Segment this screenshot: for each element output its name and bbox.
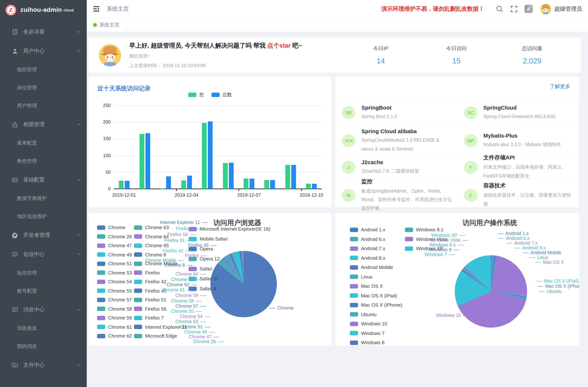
- legend-item[interactable]: Chrome 58: [97, 306, 132, 312]
- legend-item[interactable]: Mac OS X (iPhone): [350, 302, 402, 308]
- sidebar-item[interactable]: 务必详看: [0, 22, 87, 41]
- pie-callout-label: Chrome 49: [184, 329, 215, 335]
- sidebar-item[interactable]: 数据字典维护: [0, 189, 87, 207]
- pie-callout-label: Windows 7: [424, 252, 455, 257]
- legend-item[interactable]: Mobile Safari: [189, 236, 270, 242]
- stat-value: 14: [343, 57, 419, 65]
- legend-item[interactable]: Chrome 47: [97, 243, 132, 248]
- sidebar-item[interactable]: 角色管理: [0, 152, 87, 170]
- legend-label: Safari 9: [200, 286, 216, 291]
- pie-callout-label: Windows XP: [431, 233, 465, 238]
- sidebar-item-label: 短信管理: [17, 269, 81, 276]
- legend-item[interactable]: Microsoft Edge: [134, 333, 187, 339]
- welcome-greeting: 早上好, 超级管理员, 今天帮别人解决问题了吗 帮我 点个star 吧~: [129, 41, 343, 50]
- legend-item[interactable]: Chrome 57: [97, 297, 132, 303]
- welcome-card: 早上好, 超级管理员, 今天帮别人解决问题了吗 帮我 点个star 吧~ 疯狂加…: [89, 38, 581, 73]
- legend-item[interactable]: Android 1.x: [350, 227, 402, 232]
- legend-item[interactable]: Chrome 54: [97, 279, 132, 285]
- legend-item[interactable]: Windows 8.1: [405, 227, 447, 232]
- sidebar-item[interactable]: 文件中心: [0, 355, 87, 374]
- legend-swatch: [134, 316, 142, 320]
- legend-item[interactable]: Ubuntu: [350, 312, 402, 317]
- browser-chart-title: 访问用户浏览器: [213, 218, 261, 227]
- sidebar-item[interactable]: 开发者管理: [0, 225, 87, 244]
- x-axis-label: 2019-12-07: [237, 193, 261, 198]
- sidebar-item[interactable]: 消息中心: [0, 300, 87, 319]
- legend-label: Chrome 53: [108, 270, 132, 275]
- legend-item[interactable]: Windows 7: [350, 330, 402, 336]
- legend-item[interactable]: Internet Explorer 11: [134, 324, 187, 330]
- legend-label: Android 8.x: [361, 255, 385, 261]
- sidebar-item[interactable]: 组织管理: [0, 61, 87, 79]
- legend-swatch: [97, 234, 105, 239]
- last-login: 上次登录时间： 2019-12-10 10:03:08: [129, 62, 343, 69]
- legend-item[interactable]: Android Mobile: [350, 265, 402, 270]
- legend-swatch: [134, 234, 142, 239]
- sidebar-item[interactable]: 菜单配置: [0, 134, 87, 152]
- legend-swatch: [134, 325, 142, 329]
- legend-item[interactable]: Android 7.x: [350, 246, 402, 251]
- legend-item[interactable]: Chrome 55: [97, 288, 132, 293]
- legend-label: Chrome 61: [108, 324, 132, 330]
- legend-item[interactable]: Mac OS X: [350, 283, 402, 289]
- sidebar-item[interactable]: 用户管理: [0, 97, 87, 115]
- sidebar-collapse-icon[interactable]: [93, 5, 100, 13]
- bar-group: [197, 105, 218, 189]
- legend-item[interactable]: Linux: [350, 274, 402, 280]
- sidebar-item[interactable]: 基础配置: [0, 170, 87, 189]
- tab-home[interactable]: 系统主页: [87, 18, 126, 32]
- sidebar-item[interactable]: 账号配置: [0, 282, 87, 300]
- legend-item[interactable]: Mac OS X (iPad): [350, 293, 402, 298]
- legend-item[interactable]: Android 8.x: [350, 255, 402, 261]
- legend-item[interactable]: Safari: [189, 266, 270, 271]
- sidebar-item-label: 用户管理: [17, 102, 81, 109]
- legend-item[interactable]: Chrome 51: [97, 261, 132, 266]
- legend-item[interactable]: Chrome 59: [97, 315, 132, 321]
- fullscreen-icon[interactable]: [510, 5, 518, 13]
- username[interactable]: 超级管理员: [554, 5, 582, 12]
- legend-label: Chrome 55: [108, 288, 132, 293]
- legend-label: Firefox 7: [145, 315, 164, 321]
- star-link[interactable]: 点个star: [267, 42, 291, 48]
- tech-title: 监控: [361, 178, 452, 185]
- user-avatar[interactable]: [540, 3, 551, 14]
- legend-label: Chrome 57: [108, 297, 132, 303]
- breadcrumb[interactable]: 系统主页: [107, 5, 129, 12]
- sidebar-item[interactable]: 短信中心: [0, 244, 87, 264]
- pie-callout-label: Firefox 45: [188, 243, 216, 248]
- bar-您: [202, 123, 207, 189]
- sidebar-item[interactable]: 我的消息: [0, 337, 87, 355]
- legend-label: Windows 8.1: [416, 227, 443, 232]
- sidebar-item[interactable]: 短信管理: [0, 264, 87, 282]
- bar-总数: [187, 176, 192, 189]
- chevron-down-icon: [76, 233, 81, 237]
- bar-group: [135, 105, 155, 189]
- legend-item[interactable]: Chrome 26: [97, 234, 132, 239]
- legend-item[interactable]: Windows 10: [350, 321, 402, 326]
- learn-more-link[interactable]: 了解更多: [550, 83, 570, 90]
- translate-icon[interactable]: A文: [525, 5, 533, 13]
- legend-item[interactable]: Chrome 61: [97, 324, 132, 330]
- sidebar-item[interactable]: 权限管理: [0, 115, 87, 134]
- legend-item[interactable]: Chrome 65: [134, 243, 187, 248]
- y-axis-label: 250: [103, 103, 111, 108]
- legend-item[interactable]: Android 6.x: [350, 236, 402, 242]
- search-icon[interactable]: [496, 5, 504, 13]
- chevron-down-icon: [76, 307, 81, 312]
- legend-item[interactable]: 您: [188, 91, 204, 98]
- os-legend-col1: Android 1.xAndroid 6.xAndroid 7.xAndroid…: [350, 227, 402, 345]
- sidebar-item[interactable]: 消息推送: [0, 319, 87, 337]
- legend-item[interactable]: Chrome 62: [97, 333, 132, 339]
- legend-item[interactable]: Chrome 53: [97, 270, 132, 275]
- bar-总数: [312, 184, 317, 189]
- legend-item[interactable]: Chrome: [97, 225, 132, 230]
- sidebar-item[interactable]: 地区信息维护: [0, 207, 87, 225]
- app-logo[interactable]: Z zuihou-admin cloud: [0, 0, 87, 20]
- sidebar-item[interactable]: 用户中心: [0, 41, 87, 61]
- legend-swatch: [350, 293, 358, 298]
- legend-item[interactable]: Safari 9: [189, 286, 270, 291]
- legend-item[interactable]: Windows 8: [350, 340, 402, 345]
- legend-item[interactable]: Chrome 49: [97, 252, 132, 257]
- sidebar-item[interactable]: 岗位管理: [0, 79, 87, 97]
- legend-item[interactable]: 总数: [211, 91, 232, 98]
